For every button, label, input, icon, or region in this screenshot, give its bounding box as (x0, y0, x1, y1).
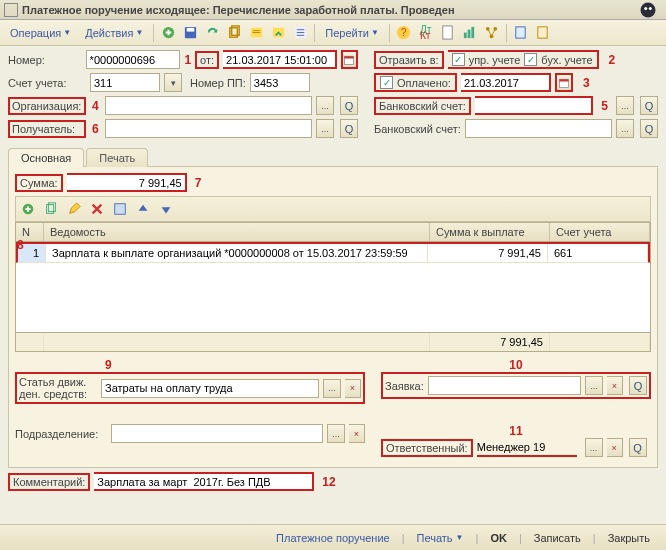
responsible-clear[interactable]: × (607, 438, 623, 457)
grid: N Ведомость Сумма к выплате Счет учета 1… (15, 222, 651, 352)
account-field[interactable] (90, 73, 160, 92)
bank2-field[interactable] (465, 119, 612, 138)
sum-field[interactable] (67, 173, 187, 192)
date-field[interactable] (223, 50, 337, 69)
svg-text:?: ? (401, 27, 407, 38)
sum-label: Сумма: (15, 174, 63, 192)
movement-clear[interactable]: × (345, 379, 361, 398)
recipient-field[interactable] (105, 119, 312, 138)
responsible-field[interactable] (477, 439, 577, 457)
org-field[interactable] (105, 96, 312, 115)
report-icon[interactable] (511, 23, 531, 43)
svg-rect-31 (115, 204, 126, 215)
dk-icon[interactable]: ДтКт (416, 23, 436, 43)
actions-menu[interactable]: Действия▼ (79, 25, 149, 41)
svg-text:Кт: Кт (420, 30, 431, 40)
chart-icon[interactable] (460, 23, 480, 43)
help-icon[interactable]: ? (394, 23, 414, 43)
division-field[interactable] (111, 424, 323, 443)
svg-rect-25 (345, 56, 354, 58)
mark-1: 1 (184, 53, 191, 67)
bank2-label: Банковский счет: (374, 123, 461, 135)
grid-up-icon[interactable] (133, 199, 153, 219)
division-clear[interactable]: × (349, 424, 365, 443)
col-acc[interactable]: Счет учета (550, 223, 650, 241)
tab-main[interactable]: Основная (8, 148, 84, 167)
footer-sum: 7 991,45 (430, 333, 550, 351)
doc-icon[interactable] (438, 23, 458, 43)
copy-icon[interactable] (224, 23, 244, 43)
request-field[interactable] (428, 376, 581, 395)
bukh-label: бух. учете (541, 54, 592, 66)
ok-button[interactable]: OK (482, 529, 515, 547)
mark-8: 8 (17, 238, 24, 252)
post2-icon[interactable] (268, 23, 288, 43)
bank-field[interactable] (475, 96, 594, 115)
tab-print[interactable]: Печать (86, 148, 148, 167)
grid-edit-icon[interactable] (64, 199, 84, 219)
mark-11: 11 (509, 424, 522, 438)
grid-down-icon[interactable] (156, 199, 176, 219)
mark-12: 12 (322, 475, 335, 489)
svg-rect-16 (464, 33, 467, 39)
responsible-select[interactable]: ... (585, 438, 603, 457)
payment-order-button[interactable]: Платежное поручение (268, 529, 398, 547)
save-icon[interactable] (180, 23, 200, 43)
recipient-select[interactable]: ... (316, 119, 334, 138)
date-calendar-button[interactable] (341, 50, 358, 69)
print-button[interactable]: Печать▼ (409, 529, 472, 547)
svg-rect-17 (468, 30, 471, 38)
request-label: Заявка: (385, 380, 424, 392)
paid-checkbox[interactable] (380, 76, 393, 89)
grid-add-icon[interactable] (18, 199, 38, 219)
tabs: Основная Печать (8, 148, 658, 167)
cell-doc: Зарплата к выплате организаций *00000000… (46, 244, 428, 262)
responsible-lookup[interactable]: Q (629, 438, 647, 457)
paid-date-field[interactable] (461, 73, 551, 92)
col-doc[interactable]: Ведомость (44, 223, 430, 241)
comment-field[interactable] (94, 472, 314, 491)
refresh-icon[interactable] (202, 23, 222, 43)
col-sum[interactable]: Сумма к выплате (430, 223, 550, 241)
save-button[interactable]: Записать (526, 529, 589, 547)
bank2-lookup[interactable]: Q (640, 119, 658, 138)
comment-label: Комментарий: (8, 473, 90, 491)
structure-icon[interactable] (482, 23, 502, 43)
close-button[interactable]: Закрыть (600, 529, 658, 547)
movement-label2: ден. средств: (19, 388, 97, 400)
grid-copy-icon[interactable] (41, 199, 61, 219)
svg-rect-23 (538, 27, 547, 38)
goto-menu[interactable]: Перейти▼ (319, 25, 385, 41)
bank-select[interactable]: ... (616, 96, 634, 115)
paid-calendar-button[interactable] (555, 73, 573, 92)
svg-rect-27 (559, 79, 568, 81)
bukh-checkbox[interactable] (524, 53, 537, 66)
pp-field[interactable] (250, 73, 310, 92)
movement-select[interactable]: ... (323, 379, 341, 398)
request-select[interactable]: ... (585, 376, 603, 395)
number-field[interactable] (86, 50, 181, 69)
grid-row[interactable]: 1 Зарплата к выплате организаций *000000… (16, 242, 650, 263)
upr-checkbox[interactable] (452, 53, 465, 66)
bank-lookup[interactable]: Q (640, 96, 658, 115)
settings-icon[interactable] (533, 23, 553, 43)
list-icon[interactable] (290, 23, 310, 43)
org-lookup[interactable]: Q (340, 96, 358, 115)
grid-header: N Ведомость Сумма к выплате Счет учета (16, 223, 650, 242)
post-icon[interactable] (246, 23, 266, 43)
grid-select-icon[interactable] (110, 199, 130, 219)
svg-rect-22 (516, 27, 525, 38)
grid-delete-icon[interactable] (87, 199, 107, 219)
mark-3: 3 (583, 76, 590, 90)
add-icon[interactable] (158, 23, 178, 43)
movement-field[interactable] (101, 379, 319, 398)
request-lookup[interactable]: Q (629, 376, 647, 395)
recipient-label: Получатель: (8, 120, 86, 138)
request-clear[interactable]: × (607, 376, 623, 395)
division-select[interactable]: ... (327, 424, 345, 443)
bank2-select[interactable]: ... (616, 119, 634, 138)
org-select[interactable]: ... (316, 96, 334, 115)
account-select[interactable]: ▾ (164, 73, 182, 92)
recipient-lookup[interactable]: Q (340, 119, 358, 138)
operation-menu[interactable]: Операция▼ (4, 25, 77, 41)
